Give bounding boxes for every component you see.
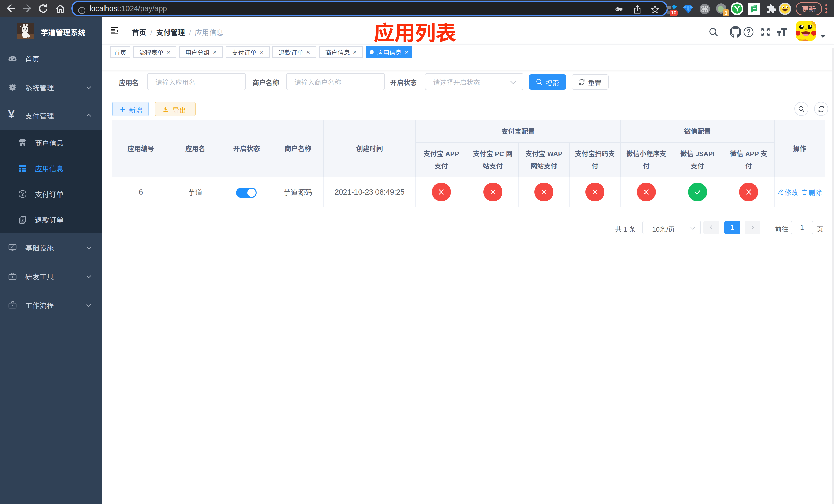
svg-text:10: 10 <box>671 10 676 15</box>
svg-text:1: 1 <box>724 10 727 16</box>
